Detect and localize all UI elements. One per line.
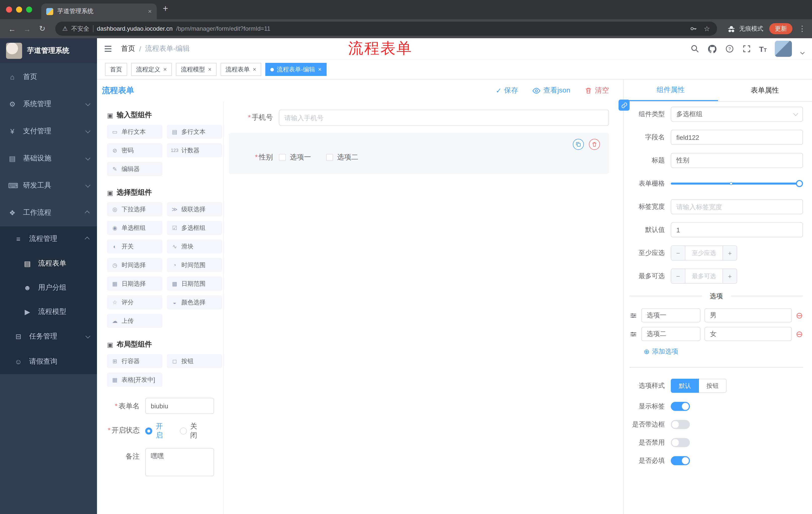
option-1-label-input[interactable]	[641, 308, 700, 322]
password-key-icon[interactable]	[690, 25, 698, 33]
component-button[interactable]: ◻按钮	[167, 354, 222, 368]
component-radio-group[interactable]: ◉单选框组	[107, 221, 162, 235]
add-option-button[interactable]: ⊕ 添加选项	[644, 347, 803, 356]
tab-form-props[interactable]: 表单属性	[718, 79, 812, 101]
tag-process-model[interactable]: 流程模型 ×	[176, 63, 216, 76]
close-window-button[interactable]	[6, 6, 12, 12]
phone-input[interactable]	[279, 110, 609, 126]
component-switch[interactable]: ◐开关	[107, 239, 162, 253]
sidebar-item-user-group[interactable]: ☻ 用户分组	[0, 276, 97, 300]
component-type-select[interactable]	[671, 107, 803, 122]
component-row-container[interactable]: ⊞行容器	[107, 354, 162, 368]
grid-slider[interactable]	[671, 183, 799, 185]
minimize-window-button[interactable]	[16, 6, 22, 12]
gender-option-1-checkbox[interactable]: 选项一	[279, 153, 311, 162]
font-size-icon[interactable]: TT	[759, 45, 767, 53]
component-slider[interactable]: ∿滑块	[167, 239, 222, 253]
close-icon[interactable]: ×	[253, 66, 256, 73]
with-border-switch[interactable]	[671, 420, 690, 429]
component-password[interactable]: ⊘密码	[107, 143, 162, 157]
sidebar-item-process-mgmt[interactable]: ≡ 流程管理	[0, 226, 97, 251]
help-icon[interactable]: ?	[725, 44, 734, 53]
tag-process-form[interactable]: 流程表单 ×	[221, 63, 261, 76]
component-single-line-text[interactable]: ▭单行文本	[107, 125, 162, 139]
sidebar-item-dev-tools[interactable]: ⌨ 研发工具	[0, 172, 97, 199]
avatar[interactable]	[775, 41, 792, 57]
close-icon[interactable]: ×	[318, 66, 322, 73]
status-radio-off[interactable]: 关闭	[180, 422, 203, 440]
plus-button[interactable]: +	[723, 246, 736, 260]
search-icon[interactable]	[690, 44, 699, 53]
form-remark-textarea[interactable]: 嘿嘿	[145, 448, 214, 476]
tag-home[interactable]: 首页	[105, 63, 127, 76]
component-date-range[interactable]: ▩日期范围	[167, 277, 222, 291]
drag-handle-icon[interactable]	[630, 330, 637, 338]
browser-tab[interactable]: 芋道管理系统 ×	[41, 3, 157, 19]
sidebar-item-task-mgmt[interactable]: ⊟ 任务管理	[0, 324, 97, 349]
browser-menu-button[interactable]: ⋮	[799, 24, 806, 33]
new-tab-button[interactable]: +	[163, 3, 168, 14]
required-switch[interactable]	[671, 456, 690, 465]
field-phone[interactable]: *手机号	[229, 110, 609, 126]
zoom-window-button[interactable]	[26, 6, 32, 12]
copy-field-button[interactable]	[573, 139, 584, 150]
component-cascader[interactable]: ≫级联选择	[167, 202, 222, 216]
minus-button[interactable]: −	[671, 269, 685, 283]
default-value-input[interactable]	[671, 222, 803, 237]
component-time-picker[interactable]: ◷时间选择	[107, 258, 162, 272]
github-icon[interactable]	[707, 44, 717, 54]
close-icon[interactable]: ×	[163, 66, 167, 73]
reload-button[interactable]: ↻	[36, 24, 48, 33]
title-input[interactable]	[671, 153, 803, 168]
sidebar-item-home[interactable]: ⌂ 首页	[0, 63, 97, 90]
sidebar-item-infrastructure[interactable]: ▤ 基础设施	[0, 145, 97, 172]
component-counter[interactable]: 123计数器	[167, 143, 222, 157]
min-select-stepper[interactable]: − 至少应选 +	[671, 245, 737, 261]
remove-option-icon[interactable]: ⊖	[796, 311, 803, 320]
sidebar-item-process-form[interactable]: ▤ 流程表单	[0, 251, 97, 276]
field-name-input[interactable]	[671, 130, 803, 145]
disabled-switch[interactable]	[671, 438, 690, 447]
bookmark-star-icon[interactable]: ☆	[704, 25, 710, 33]
doc-link-icon[interactable]	[618, 100, 630, 111]
component-dropdown[interactable]: ◎下拉选择	[107, 202, 162, 216]
sidebar-item-workflow[interactable]: ❖ 工作流程	[0, 199, 97, 226]
design-canvas[interactable]: *手机号	[224, 102, 623, 514]
browser-update-button[interactable]: 更新	[769, 23, 792, 34]
option-style-button-button[interactable]: 按钮	[699, 379, 727, 393]
option-2-label-input[interactable]	[641, 327, 700, 341]
clear-button[interactable]: 清空	[584, 86, 609, 95]
option-style-default-button[interactable]: 默认	[671, 379, 699, 393]
component-upload[interactable]: ☁上传	[107, 314, 162, 328]
gender-option-2-checkbox[interactable]: 选项二	[326, 153, 358, 162]
option-2-value-input[interactable]	[704, 327, 792, 341]
sidebar-item-system-mgmt[interactable]: ⚙ 系统管理	[0, 90, 97, 118]
fullscreen-icon[interactable]	[742, 44, 751, 53]
tab-close-icon[interactable]: ×	[148, 7, 152, 15]
minus-button[interactable]: −	[671, 246, 685, 260]
form-name-input[interactable]	[145, 398, 214, 414]
hamburger-icon[interactable]	[103, 44, 113, 54]
breadcrumb-home[interactable]: 首页	[121, 44, 135, 53]
remove-option-icon[interactable]: ⊖	[796, 330, 803, 338]
sidebar-item-payment-mgmt[interactable]: ¥ 支付管理	[0, 118, 97, 145]
view-json-button[interactable]: 查看json	[532, 86, 570, 95]
sidebar-item-leave-query[interactable]: ☺ 请假查询	[0, 349, 97, 374]
tag-process-form-edit[interactable]: 流程表单-编辑 ×	[265, 63, 327, 76]
max-select-stepper[interactable]: − 最多可选 +	[671, 269, 737, 283]
back-button[interactable]: ←	[6, 24, 18, 33]
close-icon[interactable]: ×	[208, 66, 211, 73]
label-width-input[interactable]	[671, 199, 803, 214]
status-radio-on[interactable]: 开启	[145, 422, 169, 440]
tag-process-definition[interactable]: 流程定义 ×	[131, 63, 172, 76]
component-color-picker[interactable]: ◒颜色选择	[167, 295, 222, 309]
component-date-picker[interactable]: ▦日期选择	[107, 277, 162, 291]
forward-button[interactable]: →	[21, 24, 33, 33]
field-gender-selected[interactable]: *性别 选项一 选项二	[229, 133, 609, 174]
component-editor[interactable]: ✎编辑器	[107, 162, 162, 176]
component-table-wip[interactable]: ▦表格[开发中]	[107, 373, 162, 387]
delete-field-button[interactable]	[589, 139, 600, 150]
drag-handle-icon[interactable]	[630, 312, 637, 319]
component-time-range[interactable]: ◔时间范围	[167, 258, 222, 272]
component-checkbox-group[interactable]: ☑多选框组	[167, 221, 222, 235]
